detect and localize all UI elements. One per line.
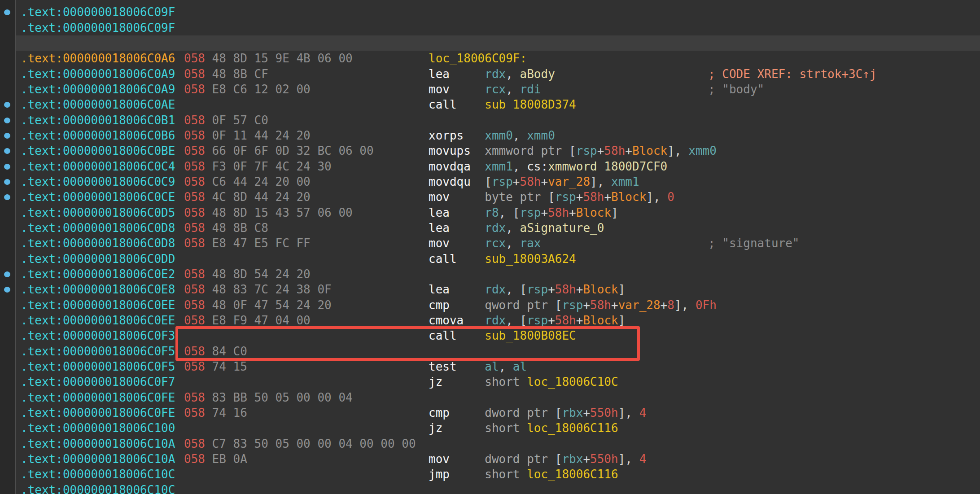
disasm-row[interactable]: .text:000000018006C0FE 058 74 16 jz shor… [0,374,980,389]
disasm-row[interactable]: .text:000000018006C0DD 058 48 8D 54 24 2… [0,236,980,251]
ida-disassembly-view: .text:000000018006C09F .text:00000001800… [0,0,980,494]
disasm-row[interactable]: .text:000000018006C10C [0,467,980,482]
disasm-row[interactable]: .text:000000018006C0F7 058 83 BB 50 05 0… [0,359,980,374]
disasm-row[interactable]: .text:000000018006C10C loc_18006C10C: ; … [0,482,980,494]
highlight-box [175,326,640,361]
disasm-row[interactable]: .text:000000018006C0AE 058 0F 57 C0 xorp… [0,82,980,97]
disasm-row[interactable]: .text:000000018006C0BE 058 F3 0F 7F 4C 2… [0,128,980,143]
gutter [0,0,16,494]
disasm-row[interactable]: .text:000000018006C0CE 058 48 8D 15 43 5… [0,174,980,189]
disasm-row[interactable]: .text:000000018006C0B1 058 0F 11 44 24 2… [0,97,980,112]
disasm-row[interactable]: .text:000000018006C0D8 [0,220,980,236]
line-marker-dot-icon [4,179,10,185]
disasm-row[interactable]: .text:000000018006C10C ; ---------------… [0,451,980,467]
line-marker-dot-icon [4,287,10,293]
disasm-row[interactable]: .text:000000018006C0EE 058 E8 F9 47 04 0… [0,282,980,297]
line-marker-dot-icon [4,271,10,277]
line-marker-dot-icon [4,118,10,123]
disassembly-listing[interactable]: .text:000000018006C09F .text:00000001800… [0,0,980,494]
disasm-row[interactable]: .text:000000018006C100 058 C7 83 50 05 0… [0,405,980,420]
disasm-row[interactable]: .text:000000018006C0C4 058 C6 44 24 20 0… [0,143,980,158]
disasm-row[interactable]: .text:000000018006C10A [0,436,980,451]
line-marker-dot-icon [4,194,10,200]
disasm-row[interactable]: .text:000000018006C0B6 058 66 0F 6F 0D 3… [0,113,980,128]
disasm-row[interactable]: .text:000000018006C09F 058 48 8D 15 9E 4… [0,20,980,35]
line-marker-dot-icon [4,164,10,170]
disasm-row[interactable]: .text:000000018006C0EE [0,297,980,313]
disasm-row[interactable]: .text:000000018006C0A9 058 E8 C6 12 02 0… [0,51,980,66]
disasm-row[interactable]: .text:000000018006C0A9 [0,66,980,82]
disasm-row[interactable]: .text:000000018006C0A6 058 48 8B CF mov … [0,35,980,51]
disasm-row[interactable]: .text:000000018006C0E2 058 48 83 7C 24 3… [0,251,980,267]
line-marker-dot-icon [4,102,10,108]
disasm-row[interactable]: .text:000000018006C0C9 058 4C 8D 44 24 2… [0,159,980,174]
disasm-row[interactable]: .text:000000018006C0D5 058 48 8B C8 mov … [0,189,980,205]
disasm-row[interactable]: .text:000000018006C0D8 058 E8 47 E5 FC F… [0,205,980,220]
line-marker-dot-icon [4,133,10,139]
disasm-row[interactable]: .text:000000018006C09F loc_18006C09F: ; … [0,4,980,20]
line-marker-dot-icon [4,9,10,15]
line-marker-dot-icon [4,148,10,154]
disasm-row[interactable]: .text:000000018006C0E8 058 48 0F 47 54 2… [0,267,980,282]
disasm-row[interactable]: .text:000000018006C10A 058 EB 0A jmp sho… [0,420,980,436]
disasm-row[interactable]: .text:000000018006C0FE [0,390,980,405]
disasm-row[interactable]: .text:000000018006C09F [0,0,980,4]
